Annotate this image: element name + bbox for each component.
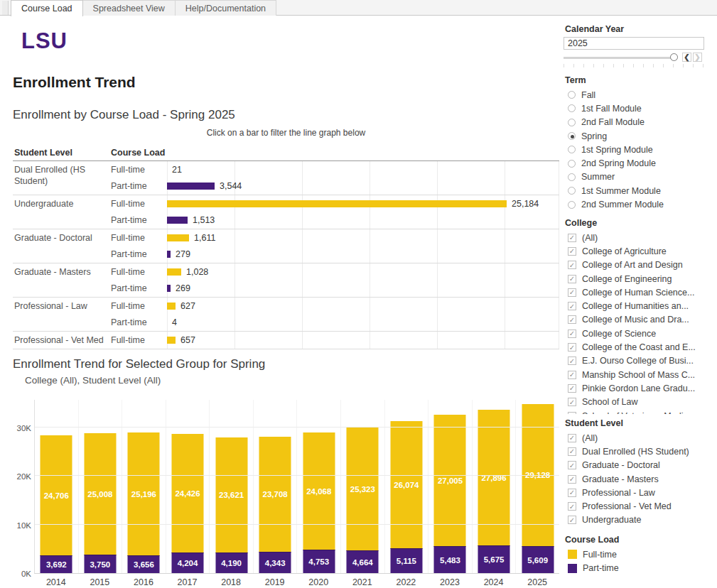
part-time-segment[interactable]: 5,675 — [478, 545, 510, 573]
legend-item-part-time[interactable]: Part-time — [565, 562, 716, 576]
part-time-segment[interactable]: 3,656 — [128, 555, 160, 573]
college-option-e-j-ourso-college-of-busi[interactable]: E.J. Ourso College of Busi... — [565, 354, 716, 368]
part-time-segment[interactable]: 4,204 — [172, 552, 204, 573]
college-option-school-of-veterinary-medi[interactable]: School of Veterinary Medi... — [565, 409, 716, 414]
checkbox-checked-icon[interactable] — [568, 398, 576, 406]
stacked-bar-2018[interactable]: 23,6214,190 — [215, 437, 247, 573]
term-option-2nd-summer-module[interactable]: 2nd Summer Module — [565, 197, 716, 211]
radio-selected-icon[interactable] — [568, 132, 576, 140]
stacked-bar-2015[interactable]: 25,0083,750 — [84, 433, 116, 573]
stacked-bar-2017[interactable]: 24,4264,204 — [172, 434, 204, 573]
part-time-segment[interactable]: 4,664 — [347, 550, 379, 573]
checkbox-checked-icon[interactable] — [568, 475, 576, 484]
term-option-1st-summer-module[interactable]: 1st Summer Module — [565, 184, 716, 197]
radio-icon[interactable] — [568, 187, 576, 195]
part-time-segment[interactable]: 3,692 — [41, 555, 72, 573]
part-time-segment[interactable]: 5,115 — [390, 548, 422, 573]
enrollment-bar-graduate-doctoral-part-time[interactable] — [167, 251, 171, 258]
student-level-option-professional-vet-med[interactable]: Professional - Vet Med — [565, 499, 716, 513]
college-option-pinkie-gordon-lane-gradu[interactable]: Pinkie Gordon Lane Gradu... — [565, 381, 716, 395]
stacked-bar-2016[interactable]: 25,1963,656 — [128, 432, 160, 573]
tab-strip-handle[interactable] — [2, 1, 9, 15]
enrollment-bar-professional-vet-med-full-time[interactable] — [167, 337, 176, 344]
student-level-option-graduate-doctoral[interactable]: Graduate - Doctoral — [565, 459, 716, 472]
student-level-option-professional-law[interactable]: Professional - Law — [565, 486, 716, 499]
checkbox-checked-icon[interactable] — [568, 343, 576, 352]
student-level-option-dual-enrolled-hs-student[interactable]: Dual Enrolled (HS Student) — [565, 445, 716, 458]
checkbox-checked-icon[interactable] — [568, 234, 576, 242]
college-option-college-of-the-coast-and-e[interactable]: College of the Coast and E... — [565, 340, 716, 354]
checkbox-checked-icon[interactable] — [568, 356, 576, 365]
checkbox-checked-icon[interactable] — [568, 247, 576, 256]
radio-icon[interactable] — [568, 146, 576, 153]
full-time-segment[interactable]: 27,896 — [478, 410, 510, 545]
enrollment-bar-graduate-masters-part-time[interactable] — [167, 285, 171, 292]
tab-spreadsheet-view[interactable]: Spreadsheet View — [83, 0, 176, 16]
part-time-segment[interactable]: 5,483 — [434, 546, 466, 573]
radio-icon[interactable] — [568, 160, 576, 168]
term-option-1st-spring-module[interactable]: 1st Spring Module — [565, 143, 716, 156]
checkbox-checked-icon[interactable] — [568, 315, 576, 324]
checkbox-checked-icon[interactable] — [568, 330, 576, 338]
full-time-segment[interactable]: 26,074 — [390, 421, 422, 548]
calendar-year-input[interactable] — [564, 37, 704, 50]
college-option-college-of-humanities-an[interactable]: College of Humanities an... — [565, 299, 716, 312]
checkbox-checked-icon[interactable] — [568, 447, 576, 456]
college-option-manship-school-of-mass-c[interactable]: Manship School of Mass C... — [565, 368, 716, 381]
term-option-1st-fall-module[interactable]: 1st Fall Module — [565, 102, 716, 115]
checkbox-checked-icon[interactable] — [568, 434, 576, 442]
radio-icon[interactable] — [568, 91, 576, 99]
student-level-option-graduate-masters[interactable]: Graduate - Masters — [565, 472, 716, 486]
student-level-option-all[interactable]: (All) — [565, 431, 716, 445]
part-time-segment[interactable]: 4,753 — [303, 550, 335, 573]
enrollment-bar-professional-law-full-time[interactable] — [167, 303, 176, 310]
college-option-college-of-human-science[interactable]: College of Human Science... — [565, 285, 716, 299]
enrollment-bar-dual-enrolled-hs-student-part-time[interactable] — [167, 183, 215, 190]
checkbox-checked-icon[interactable] — [568, 461, 576, 469]
full-time-segment[interactable]: 25,008 — [84, 433, 116, 555]
full-time-segment[interactable]: 24,426 — [172, 434, 204, 552]
enrollment-bar-undergraduate-part-time[interactable] — [167, 217, 188, 224]
checkbox-checked-icon[interactable] — [568, 516, 576, 524]
college-option-all[interactable]: (All) — [565, 231, 716, 244]
legend-item-full-time[interactable]: Full-time — [565, 548, 716, 562]
radio-icon[interactable] — [568, 173, 576, 181]
checkbox-checked-icon[interactable] — [568, 275, 576, 283]
full-time-segment[interactable]: 24,068 — [303, 432, 335, 550]
stacked-bar-2019[interactable]: 23,7084,343 — [259, 437, 291, 573]
college-option-college-of-music-and-dra[interactable]: College of Music and Dra... — [565, 313, 716, 327]
slider-track[interactable] — [564, 57, 672, 59]
enrollment-bar-undergraduate-full-time[interactable] — [167, 200, 507, 207]
radio-icon[interactable] — [568, 119, 576, 126]
college-option-college-of-engineering[interactable]: College of Engineering — [565, 272, 716, 285]
part-time-segment[interactable]: 4,190 — [215, 552, 247, 573]
full-time-segment[interactable]: 25,196 — [128, 432, 160, 555]
college-option-college-of-science[interactable]: College of Science — [565, 327, 716, 340]
stacked-bar-2024[interactable]: 27,8965,675 — [478, 410, 510, 573]
college-option-college-of-agriculture[interactable]: College of Agriculture — [565, 244, 716, 258]
checkbox-checked-icon[interactable] — [568, 302, 576, 310]
college-option-college-of-art-and-design[interactable]: College of Art and Design — [565, 258, 716, 272]
part-time-segment[interactable]: 4,343 — [259, 552, 291, 573]
radio-icon[interactable] — [568, 201, 576, 209]
part-time-segment[interactable]: 5,609 — [522, 546, 554, 573]
term-option-spring[interactable]: Spring — [565, 129, 716, 143]
stacked-bar-2014[interactable]: 24,7063,692 — [41, 435, 72, 573]
full-time-segment[interactable]: 24,706 — [41, 435, 72, 555]
stacked-bar-2025[interactable]: 29,1285,609 — [522, 404, 554, 573]
term-option-summer[interactable]: Summer — [565, 170, 716, 184]
stacked-bar-2020[interactable]: 24,0684,753 — [303, 432, 335, 573]
stacked-bar-2021[interactable]: 25,3234,664 — [347, 428, 379, 573]
student-level-option-undergraduate[interactable]: Undergraduate — [565, 513, 716, 527]
full-time-segment[interactable]: 23,621 — [215, 437, 247, 552]
term-option-2nd-spring-module[interactable]: 2nd Spring Module — [565, 156, 716, 170]
checkbox-checked-icon[interactable] — [568, 288, 576, 297]
term-option-fall[interactable]: Fall — [565, 88, 716, 102]
full-time-segment[interactable]: 27,005 — [434, 415, 466, 546]
checkbox-checked-icon[interactable] — [568, 261, 576, 269]
part-time-segment[interactable]: 3,750 — [84, 555, 116, 573]
checkbox-checked-icon[interactable] — [568, 502, 576, 511]
checkbox-checked-icon[interactable] — [568, 371, 576, 379]
slider-prev-button[interactable]: ❮ — [682, 53, 691, 62]
enrollment-bar-graduate-doctoral-full-time[interactable] — [167, 234, 189, 241]
